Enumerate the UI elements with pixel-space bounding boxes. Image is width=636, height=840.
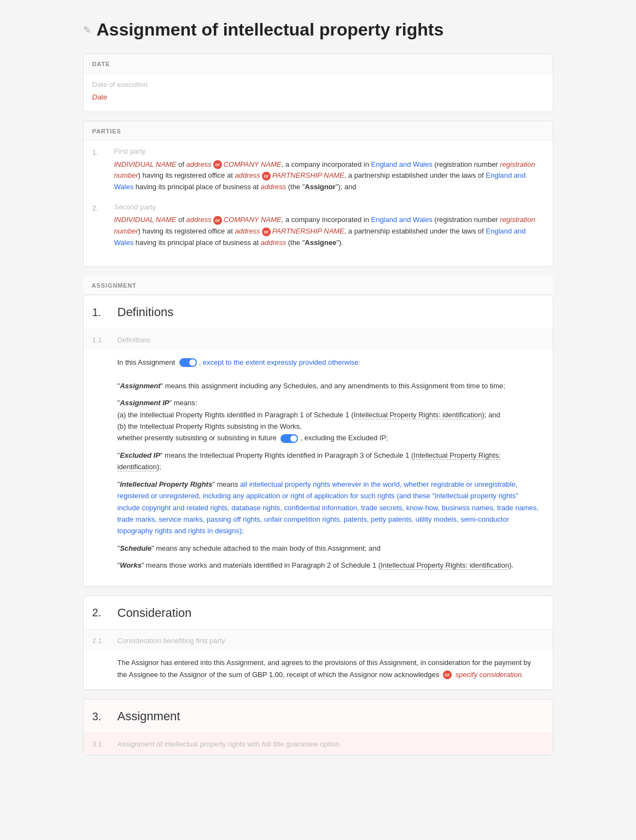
schedule-1-link-b: Intellectual Property Rights: identifica… xyxy=(118,451,501,471)
individual-name-2: INDIVIDUAL NAME xyxy=(114,215,177,224)
def-ipr-term: Intellectual Property Rights xyxy=(120,480,212,488)
def-works: "Works" means those works and materials … xyxy=(118,559,542,571)
def-works-term: Works xyxy=(120,561,142,569)
section-3-title: Assignment xyxy=(118,707,180,725)
or-badge-4: or xyxy=(262,228,271,236)
consideration-text: The Assignor has entered into this Assig… xyxy=(118,657,542,680)
or-badge-2: or xyxy=(262,172,271,180)
subsection-1-1-number: 1.1 xyxy=(92,335,109,346)
date-value: Date xyxy=(92,92,544,103)
party-1-number: 1. xyxy=(92,146,106,193)
section-assignment: 3. Assignment 3.1 Assignment of intellec… xyxy=(83,699,553,755)
party-2-label: Second party xyxy=(114,202,544,213)
individual-name-1: INDIVIDUAL NAME xyxy=(114,160,177,168)
subsection-1-1-header: 1.1 Definitions xyxy=(84,329,553,350)
section-2-header: 2. Consideration xyxy=(84,596,553,630)
party-1-content: First party INDIVIDUAL NAME of addressor… xyxy=(114,146,544,193)
page-container: ✎ Assignment of intellectual property ri… xyxy=(72,0,564,780)
def-excluded-ip-term: Excluded IP xyxy=(120,451,160,459)
def-assignment-ip-term: Assignment IP xyxy=(120,399,169,407)
subsection-3-1: 3.1 Assignment of intellectual property … xyxy=(84,733,553,755)
ip-sub-b: (b) the Intellectual Property Rights sub… xyxy=(118,422,302,430)
intro-blue: , except to the extent expressly provide… xyxy=(199,358,361,366)
section-2-title: Consideration xyxy=(118,604,192,622)
section-1-header: 1. Definitions xyxy=(84,295,553,329)
or-badge-1: or xyxy=(213,160,222,169)
england-wales-3: England and Wales xyxy=(371,215,432,224)
def-assignment-term: Assignment xyxy=(120,382,160,390)
specify-consideration: specify consideration. xyxy=(455,670,523,679)
england-wales-1: England and Wales xyxy=(371,160,432,168)
page-icon: ✎ xyxy=(83,23,91,38)
schedule-1-link-a: Intellectual Property Rights: identifica… xyxy=(354,411,482,419)
subsection-1-1-label: Definitions xyxy=(118,335,151,346)
ip-sub-c: whether presently subsisting or subsisti… xyxy=(118,434,388,442)
def-assignment: "Assignment" means this assignment inclu… xyxy=(118,380,542,392)
party-2-number: 2. xyxy=(92,202,106,249)
intro-text: In this Assignment , except to the exten… xyxy=(118,357,542,368)
section-1-title: Definitions xyxy=(118,303,174,321)
subsection-2-1-content: The Assignor has entered into this Assig… xyxy=(84,650,553,689)
party-2-content: Second party INDIVIDUAL NAME of addresso… xyxy=(114,202,544,249)
date-section: DATE Date of execution Date xyxy=(83,54,553,112)
party-item-1: 1. First party INDIVIDUAL NAME of addres… xyxy=(92,146,544,193)
section-3-number: 3. xyxy=(92,708,109,725)
date-field-container: Date of execution Date xyxy=(84,74,553,112)
company-name-2: COMPANY NAME xyxy=(224,215,282,224)
page-title-row: ✎ Assignment of intellectual property ri… xyxy=(83,16,553,43)
subsection-2-1: 2.1 Consideration benefiting first party… xyxy=(84,630,553,690)
subsection-3-1-label: Assignment of intellectual property righ… xyxy=(118,739,340,750)
date-label: DATE xyxy=(84,54,553,74)
section-1-number: 1. xyxy=(92,304,109,320)
partnership-name-1: PARTNERSHIP NAME xyxy=(272,171,345,179)
ip-sub-a: (a) the Intellectual Property Rights ide… xyxy=(118,411,500,419)
subsection-3-1-header: 3.1 Assignment of intellectual property … xyxy=(84,733,553,754)
or-badge-5: or xyxy=(443,670,452,679)
def-schedule-term: Schedule xyxy=(120,544,151,552)
def-excluded-ip: "Excluded IP" means the Intellectual Pro… xyxy=(118,450,542,473)
subsection-2-1-number: 2.1 xyxy=(92,635,109,646)
partnership-name-2: PARTNERSHIP NAME xyxy=(272,227,345,235)
subsection-2-1-label: Consideration benefiting first party xyxy=(118,635,225,646)
def-assignment-ip: "Assignment IP" means: (a) the Intellect… xyxy=(118,397,542,444)
principal-address-2: address xyxy=(261,238,286,247)
def-schedule: "Schedule" means any schedule attached t… xyxy=(118,542,542,554)
subsection-1-1-content: In this Assignment , except to the exten… xyxy=(84,350,553,586)
parties-label: PARTIES xyxy=(84,121,553,141)
def-ipr: "Intellectual Property Rights" means all… xyxy=(118,479,542,537)
subsection-1-1: 1.1 Definitions In this Assignment , exc… xyxy=(84,329,553,586)
section-definitions: 1. Definitions 1.1 Definitions In this A… xyxy=(83,295,553,587)
reg-address-2: address xyxy=(235,227,260,235)
or-badge-3: or xyxy=(213,216,222,225)
parties-container: 1. First party INDIVIDUAL NAME of addres… xyxy=(84,141,553,266)
company-name-1: COMPANY NAME xyxy=(224,160,282,168)
assignment-label: ASSIGNMENT xyxy=(83,276,553,295)
principal-address-1: address xyxy=(261,183,286,191)
party-item-2: 2. Second party INDIVIDUAL NAME of addre… xyxy=(92,202,544,249)
subsection-2-1-header: 2.1 Consideration benefiting first party xyxy=(84,630,553,651)
section-2-number: 2. xyxy=(92,604,109,621)
section-3-header: 3. Assignment xyxy=(84,699,553,733)
parties-section: PARTIES 1. First party INDIVIDUAL NAME o… xyxy=(83,121,553,267)
party-1-label: First party xyxy=(114,146,544,157)
page-title: Assignment of intellectual property righ… xyxy=(97,16,444,43)
toggle-1[interactable] xyxy=(179,358,197,367)
address-2: address xyxy=(186,215,211,224)
address-1: address xyxy=(186,160,211,168)
reg-address-1: address xyxy=(235,171,260,179)
party-1-text: INDIVIDUAL NAME of addressorCOMPANY NAME… xyxy=(114,159,544,193)
schedule-1-link-c: Intellectual Property Rights: identifica… xyxy=(381,561,509,570)
toggle-2[interactable] xyxy=(281,434,298,443)
subsection-3-1-number: 3.1 xyxy=(92,739,109,750)
section-consideration: 2. Consideration 2.1 Consideration benef… xyxy=(83,596,553,690)
date-placeholder: Date of execution xyxy=(92,79,544,90)
party-2-text: INDIVIDUAL NAME of addressorCOMPANY NAME… xyxy=(114,214,544,248)
